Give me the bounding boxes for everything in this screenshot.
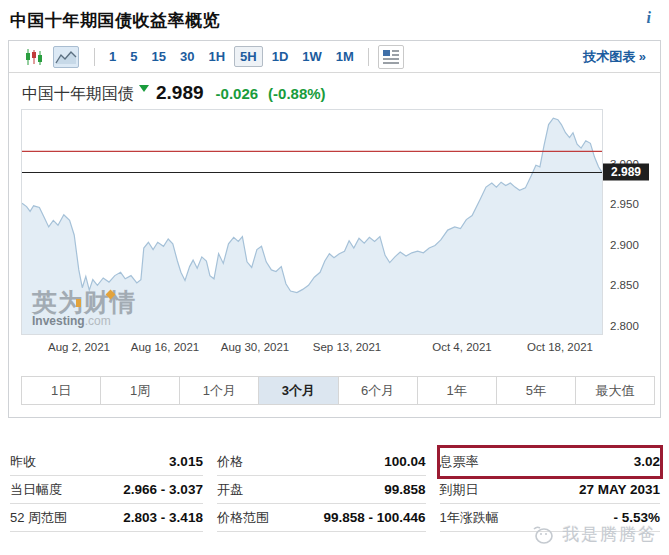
quote-label: 昨收 — [10, 453, 36, 471]
x-tick-date: Sep 13, 2021 — [313, 341, 381, 353]
range-buttons: 1日1周1个月3个月6个月1年5年最大值 — [21, 376, 655, 405]
quote-row-到期日: 到期日27 MAY 2031 — [440, 476, 660, 504]
x-tick-date: Aug 2, 2021 — [48, 341, 110, 353]
chart-widget: 1515301H5H1D1W1M 技术图表 » 中国十年期国债 2.989 -0… — [8, 40, 661, 418]
last-price-tag: 2.989 — [603, 164, 649, 181]
quote-value: 100.04 — [384, 454, 425, 469]
range-button-最大值[interactable]: 最大值 — [576, 377, 654, 404]
yield-chart-plot[interactable]: 英为财情 Investing.com — [21, 109, 603, 335]
quote-column-2: 价格100.04开盘99.858价格范围99.858 - 100.446 — [217, 448, 426, 532]
range-button-3个月[interactable]: 3个月 — [259, 377, 338, 404]
interval-buttons: 1515301H5H1D1W1M — [104, 46, 359, 67]
x-tick-date: Aug 16, 2021 — [131, 341, 199, 353]
down-arrow-icon — [139, 85, 149, 92]
investing-watermark: 英为财情 Investing.com — [32, 289, 136, 328]
interval-button-30[interactable]: 30 — [175, 47, 199, 66]
y-tick-2.900: 2.900 — [610, 239, 639, 251]
watermark-en: Investing.com — [32, 315, 136, 328]
price-change: -0.026 — [216, 85, 259, 102]
interval-button-1[interactable]: 1 — [104, 47, 121, 66]
x-axis-labels: Aug 2, 2021Aug 16, 2021Aug 30, 2021Sep 1… — [22, 335, 604, 359]
wechat-logo-icon — [531, 524, 555, 546]
quote-table: 昨收3.015当日幅度2.966 - 3.03752 周范围2.803 - 3.… — [10, 448, 660, 532]
quote-value: 99.858 - 100.446 — [323, 510, 425, 525]
quote-label: 息票率 — [440, 453, 479, 471]
quote-value: 2.803 - 3.418 — [123, 510, 203, 525]
interval-button-5h[interactable]: 5H — [234, 46, 263, 67]
quote-value: 27 MAY 2031 — [579, 482, 660, 497]
interval-button-1w[interactable]: 1W — [297, 47, 327, 66]
quote-value: 99.858 — [384, 482, 425, 497]
page-title: 中国十年期国债收益率概览 — [10, 9, 220, 32]
quote-row-价格范围: 价格范围99.858 - 100.446 — [217, 504, 426, 532]
candlestick-chart-icon[interactable] — [21, 46, 47, 68]
interval-button-5[interactable]: 5 — [125, 47, 142, 66]
range-button-1个月[interactable]: 1个月 — [180, 377, 259, 404]
x-tick-date: Oct 18, 2021 — [527, 341, 593, 353]
info-icon[interactable]: i — [641, 9, 657, 27]
quote-value: 3.015 — [169, 454, 203, 469]
quote-row-当日幅度: 当日幅度2.966 - 3.037 — [10, 476, 203, 504]
interval-button-1m[interactable]: 1M — [331, 47, 359, 66]
interval-button-1d[interactable]: 1D — [267, 47, 294, 66]
quote-label: 开盘 — [217, 481, 243, 499]
watermark-cn: 英为财情 — [32, 289, 136, 315]
stamp-text: 我是腾腾爸 — [562, 523, 657, 546]
watermark-accent — [76, 299, 81, 307]
quote-column-1: 昨收3.015当日幅度2.966 - 3.03752 周范围2.803 - 3.… — [10, 448, 203, 532]
last-price: 2.989 — [156, 82, 204, 104]
quote-row-52 周范围: 52 周范围2.803 - 3.418 — [10, 504, 203, 532]
range-button-1年[interactable]: 1年 — [418, 377, 497, 404]
x-tick-date: Aug 30, 2021 — [221, 341, 289, 353]
quote-row-价格: 价格100.04 — [217, 448, 426, 476]
quote-column-3: 息票率3.02到期日27 MAY 20311年涨跌幅- 5.53% — [440, 448, 660, 532]
footer-stamp: 我是腾腾爸 — [531, 523, 657, 546]
y-axis-labels: 3.0002.9502.9002.8502.8002.989 — [603, 109, 660, 335]
range-button-5年[interactable]: 5年 — [497, 377, 576, 404]
interval-button-15[interactable]: 15 — [146, 47, 170, 66]
quote-label: 1年涨跌幅 — [440, 509, 499, 527]
toolbar-divider — [94, 48, 95, 66]
quote-label: 52 周范围 — [10, 509, 67, 527]
y-tick-2.850: 2.850 — [610, 279, 639, 291]
quote-label: 当日幅度 — [10, 481, 62, 499]
news-panel-icon[interactable] — [378, 45, 404, 69]
quote-value: 2.966 - 3.037 — [123, 482, 203, 497]
y-tick-2.800: 2.800 — [610, 320, 639, 332]
range-button-6个月[interactable]: 6个月 — [339, 377, 418, 404]
x-tick-date: Oct 4, 2021 — [432, 341, 491, 353]
quote-value: 3.02 — [634, 454, 660, 469]
instrument-name: 中国十年期国债 — [22, 84, 134, 105]
quote-row-开盘: 开盘99.858 — [217, 476, 426, 504]
instrument-header: 中国十年期国债 2.989 -0.026 (-0.88%) — [9, 73, 660, 109]
y-tick-2.950: 2.950 — [610, 198, 639, 210]
chart-toolbar: 1515301H5H1D1W1M 技术图表 » — [9, 41, 660, 73]
quote-label: 价格 — [217, 453, 243, 471]
technical-chart-link[interactable]: 技术图表 » — [583, 48, 650, 66]
quote-row-息票率: 息票率3.02 — [440, 448, 660, 476]
price-change-percent: (-0.88%) — [268, 85, 326, 102]
chart-area: 英为财情 Investing.com 3.0002.9502.9002.8502… — [21, 109, 660, 335]
page-header: 中国十年期国债收益率概览 i — [0, 0, 669, 38]
quote-label: 到期日 — [440, 481, 479, 499]
range-button-1日[interactable]: 1日 — [22, 377, 101, 404]
quote-row-昨收: 昨收3.015 — [10, 448, 203, 476]
range-button-1周[interactable]: 1周 — [101, 377, 180, 404]
toolbar-divider — [368, 48, 369, 66]
area-chart-icon[interactable] — [53, 46, 79, 68]
quote-label: 价格范围 — [217, 509, 269, 527]
interval-button-1h[interactable]: 1H — [203, 47, 230, 66]
